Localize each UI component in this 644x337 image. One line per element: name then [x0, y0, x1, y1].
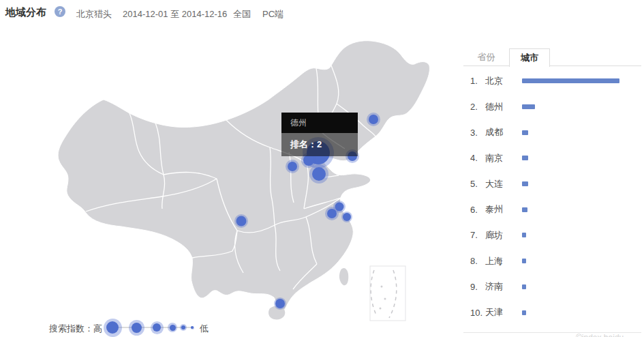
ranking-row: 1.北京	[463, 68, 641, 94]
ranking-bar	[522, 104, 535, 109]
ranking-bar	[522, 130, 528, 135]
ranking-row: 3.成都	[463, 119, 641, 145]
ranking-row: 10.天津	[463, 299, 641, 325]
legend-low-label: 低	[200, 323, 209, 335]
map-bubble[interactable]	[288, 162, 297, 171]
ranking-rank: 2.	[470, 102, 485, 112]
ranking-row: 8.上海	[463, 248, 641, 274]
ranking-rank: 3.	[470, 128, 485, 138]
ranking-city-label: 上海	[485, 255, 522, 267]
map-bubble[interactable]	[335, 203, 344, 211]
map-bubble[interactable]	[275, 299, 285, 308]
ranking-city-label: 大连	[485, 178, 522, 190]
ranking-city-label: 南京	[485, 152, 522, 164]
legend-circle-core	[153, 323, 161, 332]
city-ranking-list: 1.北京2.德州3.成都4.南京5.大连6.泰州7.廊坊8.上海9.济南10.天…	[463, 68, 641, 325]
map-bubble[interactable]	[369, 115, 378, 124]
legend-high-label: 搜索指数：高	[49, 323, 102, 335]
watermark: ©index.baidu	[576, 333, 624, 337]
ranking-rank: 1.	[470, 76, 485, 86]
ranking-tabs: 省份 城市	[463, 48, 641, 66]
ranking-bar	[522, 259, 526, 263]
ranking-bar	[522, 156, 528, 160]
taiwan-island	[339, 268, 348, 285]
geo-distribution-module: 地域分布 ? 北京猎头 2014-12-01 至 2014-12-16 全国 P…	[0, 0, 644, 337]
ranking-city-label: 廊坊	[485, 229, 522, 241]
map-tooltip: 德州 排名：2	[281, 113, 358, 156]
tooltip-rank: 排名：2	[281, 133, 358, 156]
ranking-bar	[522, 78, 619, 83]
ranking-rank: 4.	[470, 153, 485, 163]
ranking-row: 2.德州	[463, 94, 641, 120]
ranking-city-label: 泰州	[485, 203, 522, 216]
tooltip-city: 德州	[281, 113, 358, 133]
map-bubble[interactable]	[312, 167, 326, 181]
tab-province[interactable]: 省份	[463, 48, 509, 66]
map-bubble[interactable]	[303, 155, 314, 166]
south-china-sea-inset	[370, 266, 405, 321]
legend-circle-core	[170, 325, 176, 331]
ranking-city-label: 德州	[485, 101, 522, 113]
legend-circle-core	[132, 323, 142, 333]
ranking-rank: 6.	[470, 205, 485, 215]
ranking-row: 4.南京	[463, 145, 641, 171]
ranking-row: 9.济南	[463, 274, 641, 300]
china-mainland	[58, 41, 429, 321]
ranking-bar	[522, 207, 527, 212]
ranking-bar	[522, 233, 526, 237]
ranking-row: 5.大连	[463, 171, 641, 197]
ranking-rank: 7.	[470, 230, 485, 240]
ranking-city-label: 成都	[485, 126, 522, 138]
map-bubble[interactable]	[236, 216, 247, 226]
ranking-rank: 9.	[470, 282, 485, 292]
ranking-bar	[522, 284, 526, 289]
map-bubble[interactable]	[343, 213, 351, 221]
ranking-rank: 8.	[470, 256, 485, 266]
legend-circle-core	[106, 321, 119, 334]
tab-city[interactable]: 城市	[509, 48, 550, 67]
ranking-bar	[522, 181, 528, 186]
ranking-city-label: 济南	[485, 280, 522, 293]
ranking-row: 6.泰州	[463, 196, 641, 222]
ranking-bar	[522, 310, 526, 315]
ranking-rank: 10.	[470, 308, 485, 318]
ranking-city-label: 北京	[485, 75, 522, 87]
ranking-rank: 5.	[470, 179, 485, 189]
ranking-row: 7.廊坊	[463, 222, 641, 248]
ranking-city-label: 天津	[485, 306, 522, 319]
